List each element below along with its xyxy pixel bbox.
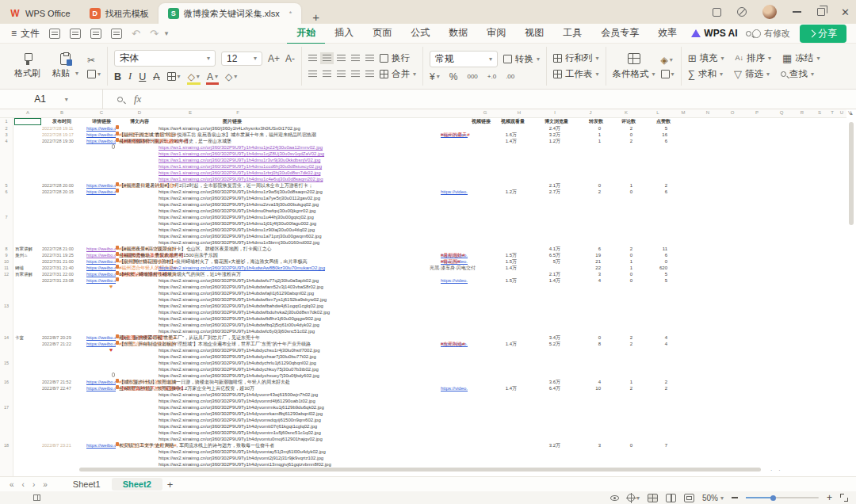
name-box[interactable]: A1▾ (0, 90, 103, 109)
image-link[interactable]: https://wx1.sinaimg.cn/orj360/302P9U9Ty1… (159, 157, 320, 163)
row-number[interactable]: 13 (0, 303, 13, 309)
sum-button[interactable]: ∑求和▾ (688, 68, 723, 80)
detail-link[interactable]: https://weibo.com (86, 271, 116, 277)
wrap-text-button[interactable]: 换行 (380, 52, 410, 64)
normal-view-button[interactable] (648, 494, 658, 502)
image-link[interactable]: https://wx2.sinaimg.cn/orj360/302P9U9Ty1… (159, 195, 320, 201)
cell-shape-button[interactable]: ▾ (661, 70, 674, 78)
sheet-grid[interactable]: ABCDEFGHIJKLMNOPQRSTUV · · 1发布时间详情链接博文内容… (0, 109, 856, 476)
image-link[interactable]: https://wx1.sinaimg.cn/orj360/302P9U9Ty1… (159, 176, 323, 182)
image-link[interactable]: https://wx2.sinaimg.cn/orj360/302P9U9Ty1… (159, 315, 321, 322)
sheet-nav-arrow[interactable]: › (32, 480, 35, 489)
chevron-down-icon[interactable]: ▾ (165, 29, 169, 37)
zoom-slider[interactable] (746, 497, 819, 498)
table-tools-icon[interactable] (33, 494, 40, 501)
row-number[interactable]: 11 (0, 265, 13, 271)
detail-link[interactable]: https://weibo.com (86, 265, 116, 271)
detail-link[interactable]: https://weibo.com (86, 182, 116, 189)
row-number[interactable]: 18 (0, 442, 13, 449)
table-style-icon[interactable] (628, 53, 640, 64)
image-link[interactable]: https://wx2.sinaimg.cn/orj360/302P9U9Ty1… (159, 284, 323, 290)
italic-button[interactable]: I (128, 71, 132, 82)
row-number[interactable]: 15 (0, 360, 13, 366)
column-header-U[interactable]: U (840, 110, 843, 115)
column-header-N[interactable]: N (706, 110, 709, 115)
cell-style-button[interactable]: ◈▾ (661, 55, 674, 66)
ribbon-tab-页面[interactable]: 页面 (363, 23, 401, 44)
detail-link[interactable]: https://weibo.com (86, 341, 116, 347)
restore-button[interactable] (817, 8, 825, 16)
fill-button[interactable]: ⊞填充▾ (688, 52, 724, 64)
ribbon-tab-效率[interactable]: 效率 (648, 23, 686, 44)
sync-status[interactable]: 有修改 (752, 28, 790, 40)
ribbon-tab-数据[interactable]: 数据 (439, 23, 477, 44)
detail-link[interactable]: https://weibo.com (86, 385, 116, 391)
font-size-select[interactable]: 12▾ (221, 52, 262, 66)
align-top-button[interactable] (308, 55, 317, 62)
image-link[interactable]: https://wx2.sinaimg.cn/orj360/302P9U9Ty1… (159, 277, 319, 284)
image-link[interactable]: https://wx2.sinaimg.cn/orj360/302P9U9Ty1… (159, 296, 327, 303)
column-header-M[interactable]: M (682, 110, 686, 115)
output-icon[interactable] (70, 29, 81, 39)
image-link[interactable]: https://wx1.sinaimg.cn/orj360/302P9U9Ty1… (159, 144, 323, 151)
borders-button[interactable]: ▾ (167, 72, 181, 81)
image-link[interactable]: https://wx1.sinaimg.cn/orj360/302P9U9Ty1… (159, 170, 320, 176)
new-window-tab-button[interactable]: + (312, 10, 319, 24)
detail-link[interactable]: https://weibo.com (86, 138, 116, 144)
thousand-separator-button[interactable]: 000 (467, 73, 477, 80)
image-link[interactable]: https://wx2.sinaimg.cn/orj360/302P9U9Ty1… (159, 410, 323, 417)
row-number[interactable]: 12 (0, 271, 13, 277)
row-number[interactable]: 8 (0, 246, 13, 252)
add-sheet-button[interactable]: + (167, 479, 174, 491)
align-center-button[interactable] (323, 71, 331, 78)
column-header-C[interactable]: C (100, 110, 103, 115)
currency-button[interactable]: ¥▾ (430, 71, 440, 82)
sheet-tab-Sheet2[interactable]: Sheet2 (112, 478, 162, 491)
image-link[interactable]: https://wx2.sinaimg.cn/orj360/302P9U9Ty1… (159, 372, 319, 379)
sheet-nav-arrow[interactable]: » (43, 480, 48, 489)
align-left-button[interactable] (308, 71, 317, 78)
row-number[interactable]: 6 (0, 189, 13, 195)
minimize-button[interactable] (793, 11, 801, 13)
column-header-E[interactable]: E (189, 110, 192, 115)
detail-link[interactable]: https://weibo.com (86, 379, 116, 385)
column-header-A[interactable]: A (26, 110, 29, 115)
zoom-formula-icon[interactable] (117, 97, 123, 102)
window-tab[interactable]: WWPS Office (0, 3, 80, 24)
page-layout-view-button[interactable] (666, 494, 676, 502)
ribbon-tab-工具[interactable]: 工具 (553, 23, 591, 44)
image-link[interactable]: https://wx2.sinaimg.cn/orj360/302P9U9Ty1… (159, 309, 330, 315)
ribbon-tab-审阅[interactable]: 审阅 (477, 23, 515, 44)
column-header-L[interactable]: L (656, 110, 659, 115)
image-link[interactable]: https://wx2.sinaimg.cn/orj360/302P9U9Ty1… (159, 290, 314, 296)
video-link[interactable]: https://video. (441, 189, 468, 194)
fullscreen-icon[interactable] (840, 494, 848, 502)
column-header-I[interactable]: I (554, 110, 556, 115)
cut-button[interactable]: ✂ (87, 55, 101, 66)
image-link[interactable]: https://wx2.sinaimg.cn/orj360/302P9U9Ty1… (159, 214, 314, 220)
image-link[interactable]: https://wx2.sinaimg.cn/orj360/302P9U9Ty1… (159, 189, 323, 195)
row-number[interactable]: 1 (0, 118, 13, 124)
file-menu[interactable]: ≡文件 (11, 27, 40, 40)
window-tab[interactable]: D找租壳模板 (80, 3, 159, 24)
vertical-scroll-thumb[interactable] (849, 122, 854, 225)
row-number[interactable]: 14 (0, 334, 13, 341)
ribbon-tab-插入[interactable]: 插入 (325, 23, 363, 44)
image-link[interactable]: https://wx1.sinaimg.cn/orj360/302P9U9Ty1… (159, 151, 324, 157)
rows-columns-button[interactable]: 行和列▾ (553, 52, 599, 64)
decrease-indent-button[interactable] (351, 55, 360, 62)
column-header-D[interactable]: D (138, 110, 141, 115)
ribbon-tab-开始[interactable]: 开始 (287, 23, 325, 44)
sheet-tab-Sheet1[interactable]: Sheet1 (62, 478, 112, 491)
column-headers[interactable]: ABCDEFGHIJKLMNOPQRSTUV (0, 109, 846, 118)
ribbon-tab-会员专享[interactable]: 会员专享 (591, 23, 648, 44)
underline-button[interactable]: U (139, 71, 146, 82)
close-button[interactable]: ✕ (841, 6, 850, 18)
image-link[interactable]: https://wx2.sinaimg.cn/orj360/302P9U9Ty1… (159, 461, 331, 468)
column-header-B[interactable]: B (60, 110, 63, 115)
distribute-button[interactable] (365, 71, 374, 78)
reading-mode-icon[interactable] (610, 495, 619, 501)
paste-button[interactable]: 粘贴▾ (49, 52, 82, 81)
number-format-select[interactable]: 常规▾ (430, 51, 498, 67)
column-header-O[interactable]: O (731, 110, 735, 115)
